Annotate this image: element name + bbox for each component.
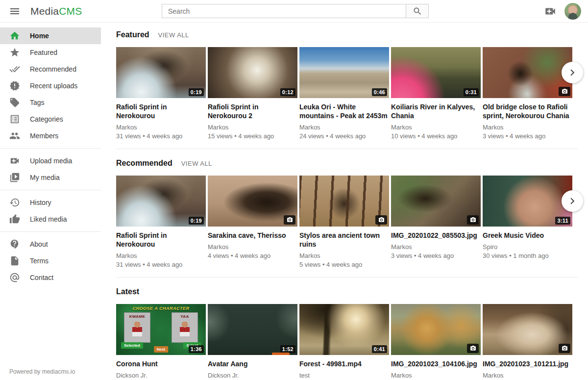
video-author[interactable]: Markos (116, 252, 206, 259)
video-meta: 3 views • 4 weeks ago (391, 252, 481, 259)
duration-badge: 0:19 (189, 88, 204, 96)
video-thumbnail[interactable]: 0:31 (391, 47, 481, 98)
video-title[interactable]: Corona Hunt (116, 359, 206, 368)
carousel-next-button[interactable] (562, 62, 583, 83)
media-card: IMG_20201023_101211.jpgMarkos4 views • 4… (483, 304, 572, 380)
section-header: FeaturedVIEW ALL (116, 30, 578, 39)
cards-row: 0:19Rafioli Sprint in NerokourouMarkos31… (116, 47, 572, 140)
video-thumbnail[interactable]: 3:11 (483, 176, 572, 227)
sidebar-item-recommended[interactable]: Recommended (0, 61, 101, 77)
video-author[interactable]: Markos (391, 372, 481, 379)
video-author[interactable]: test (299, 372, 389, 379)
video-thumbnail[interactable]: 0:41 (299, 304, 389, 355)
video-thumbnail[interactable] (299, 176, 389, 227)
video-title[interactable]: IMG_20201022_085503.jpg (391, 231, 481, 240)
video-meta: 10 views • 4 weeks ago (391, 132, 481, 140)
video-title[interactable]: Forest - 49981.mp4 (299, 359, 389, 368)
sidebar-item-recent-uploads[interactable]: Recent uploads (0, 77, 101, 94)
search-input[interactable] (162, 4, 406, 18)
video-author[interactable]: Markos (299, 252, 389, 259)
video-title[interactable]: Greek Music Video (483, 231, 572, 240)
section-featured: FeaturedVIEW ALL0:19Rafioli Sprint in Ne… (116, 30, 578, 149)
video-author[interactable]: Markos (208, 243, 297, 251)
sidebar-item-members[interactable]: Members (0, 127, 101, 144)
video-author[interactable]: Markos (299, 124, 389, 131)
sidebar-item-about[interactable]: About (0, 236, 101, 253)
video-author[interactable]: Markos (391, 243, 481, 251)
sidebar-item-categories[interactable]: Categories (0, 111, 101, 127)
video-thumbnail[interactable] (391, 176, 481, 227)
app-logo[interactable]: MediaCMS (30, 5, 82, 17)
sidebar-item-liked-media[interactable]: Liked media (0, 211, 101, 228)
chevron-right-icon (566, 195, 579, 207)
video-add-icon (544, 5, 557, 18)
video-thumbnail[interactable]: 1:52 (208, 304, 297, 355)
view-all-link[interactable]: VIEW ALL (181, 160, 212, 167)
video-title[interactable]: Old bridge close to Rafioli sprint, Nero… (483, 102, 572, 120)
video-title[interactable]: IMG_20201023_101211.jpg (483, 359, 572, 368)
sidebar-item-terms[interactable]: Terms (0, 253, 101, 269)
duration-badge: 0:31 (464, 88, 479, 96)
duration-badge: 0:19 (189, 217, 204, 225)
video-thumbnail[interactable]: 0:12 (208, 47, 297, 98)
video-thumbnail[interactable] (391, 304, 481, 355)
video-meta: 24 views • 4 weeks ago (299, 132, 389, 140)
video-thumbnail[interactable]: 0:46 (299, 47, 389, 98)
video-author[interactable]: Markos (116, 124, 206, 131)
camera-icon (559, 344, 570, 353)
video-thumbnail[interactable]: CHOOSE A CHARACTERKWAMEYAASelectedNextSe… (116, 304, 206, 355)
video-author[interactable]: Dickson Jr. (208, 372, 297, 379)
video-title[interactable]: Leuka Ori - White mountains - Peak at 24… (299, 102, 389, 120)
video-author[interactable]: Markos (208, 124, 297, 131)
video-library-icon (9, 172, 20, 183)
duration-badge: 0:12 (280, 88, 295, 96)
video-author[interactable]: Markos (483, 372, 572, 379)
video-thumbnail[interactable]: 0:19 (116, 47, 206, 98)
sidebar-item-contact[interactable]: Contact (0, 269, 101, 286)
search-icon (413, 6, 422, 16)
menu-icon[interactable] (9, 5, 21, 17)
sidebar-item-label: Terms (30, 257, 49, 265)
sidebar-item-my-media[interactable]: My media (0, 169, 101, 186)
video-thumbnail[interactable] (483, 304, 572, 355)
media-card: Stylos area ancient town ruinsMarkos5 vi… (299, 176, 389, 268)
sidebar-item-label: Categories (30, 115, 63, 123)
avatar[interactable] (564, 3, 581, 20)
media-card: 0:41Forest - 49981.mp4test17 views • 3 w… (299, 304, 389, 380)
video-title[interactable]: Stylos area ancient town ruins (299, 231, 389, 249)
video-title[interactable]: Avatar Aang (208, 359, 297, 368)
video-title[interactable]: IMG_20201023_104106.jpg (391, 359, 481, 368)
sidebar-item-featured[interactable]: Featured (0, 44, 101, 61)
video-thumbnail[interactable] (208, 176, 297, 227)
upload-media-button[interactable] (544, 5, 557, 18)
video-author[interactable]: Markos (391, 124, 481, 131)
video-author[interactable]: Spiro (483, 243, 572, 251)
section-title: Latest (116, 287, 139, 296)
chevron-right-icon (566, 66, 579, 79)
sidebar-item-history[interactable]: History (0, 194, 101, 211)
view-all-link[interactable]: VIEW ALL (158, 31, 189, 39)
video-author[interactable]: Markos (483, 124, 572, 131)
sidebar-item-label: Featured (30, 49, 57, 56)
main-content: FeaturedVIEW ALL0:19Rafioli Sprint in Ne… (116, 23, 578, 380)
video-thumbnail[interactable] (483, 47, 572, 98)
sidebar-item-tags[interactable]: Tags (0, 94, 101, 111)
video-thumbnail[interactable]: 0:19 (116, 176, 206, 227)
video-title[interactable]: Koiliaris River in Kalyves, Chania (391, 102, 481, 120)
game-character-name: YAA (172, 314, 197, 319)
duration-badge: 0:46 (372, 88, 387, 96)
video-title[interactable]: Rafioli Sprint in Nerokourou 2 (208, 102, 297, 120)
header-actions (544, 0, 581, 23)
video-author[interactable]: Dickson Jr. (116, 372, 206, 379)
carousel-next-button[interactable] (562, 190, 583, 212)
video-title[interactable]: Rafioli Sprint in Nerokourou (116, 102, 206, 120)
sidebar-item-home[interactable]: Home (0, 27, 101, 44)
section-title: Featured (116, 30, 149, 39)
video-title[interactable]: Rafioli Sprint in Nerokourou (116, 231, 206, 249)
video-title[interactable]: Sarakina cave, Therisso (208, 231, 297, 240)
members-icon (9, 130, 20, 141)
logo-text-media: Media (30, 5, 59, 17)
search-button[interactable] (406, 4, 428, 18)
sidebar-item-upload-media[interactable]: Upload media (0, 152, 101, 169)
sidebar-divider (0, 231, 101, 232)
